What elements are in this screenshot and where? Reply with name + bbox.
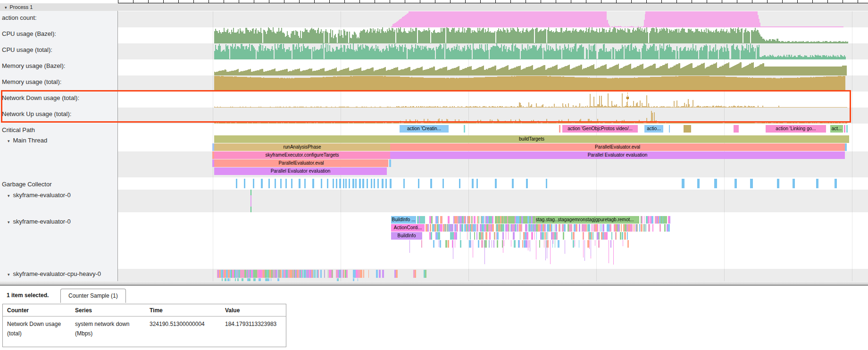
track-label-cpu-usage-bazel: CPU usage (Bazel): <box>2 30 56 37</box>
table-header-cell[interactable]: Time <box>150 307 163 314</box>
track-label-text: skyframe-evaluator-0 <box>13 192 71 199</box>
track-label-text: CPU usage (Bazel): <box>2 30 56 37</box>
collapse-arrow-icon: ▾ <box>8 220 10 225</box>
counter-sample-table: CounterSeriesTimeValueNetwork Down usage… <box>2 304 286 347</box>
timeline-slice[interactable]: Parallel Evaluator evaluation <box>390 151 845 159</box>
timeline-slice[interactable]: action 'GenObjcProtos video/... <box>562 125 638 133</box>
collapse-arrow-icon: ▾ <box>8 139 10 143</box>
timeline-slice[interactable]: skyframeExecutor.configureTargets <box>214 151 390 159</box>
track-label-critical-path: Critical Path <box>2 126 35 133</box>
timeline-slice[interactable]: runAnalysisPhase <box>214 143 390 151</box>
track-label-text: skyframe-evaluator-cpu-heavy-0 <box>13 270 101 277</box>
track-label-text: Memory usage (total): <box>2 78 61 85</box>
track-label-skyframe-evaluator-0[interactable]: ▾skyframe-evaluator-0 <box>8 218 71 226</box>
table-cell: (Mbps) <box>75 329 92 338</box>
timeline-slice-fragment[interactable] <box>734 125 739 133</box>
track-label-text: Critical Path <box>2 126 35 133</box>
timeline-slice[interactable]: BuildInfo ... <box>391 216 416 224</box>
table-cell: system network down <box>75 319 129 329</box>
track-label-cpu-usage-total: CPU usage (total): <box>2 46 52 53</box>
table-cell: 324190.51300000004 <box>150 319 205 329</box>
panel-splitter[interactable] <box>0 281 868 286</box>
timeline-slice[interactable]: action 'Creatin... <box>400 125 449 133</box>
timeline-slice-fragment[interactable] <box>846 125 848 133</box>
track-label-memory-usage-total: Memory usage (total): <box>2 78 61 85</box>
timeline-slice-fragment[interactable] <box>559 125 560 133</box>
timeline-slice[interactable]: action 'Linking go... <box>766 125 826 133</box>
table-header-cell[interactable]: Series <box>75 307 92 314</box>
table-cell: Network Down usage <box>7 319 61 329</box>
trace-viewer: ▾Process 1 action 'Creatin...action 'Gen… <box>0 0 868 350</box>
track-label-skyframe-evaluator-cpu-heavy-0[interactable]: ▾skyframe-evaluator-cpu-heavy-0 <box>8 270 101 278</box>
timeline-slice[interactable]: stagagemronstagjgpuretagb.remot... <box>549 216 643 224</box>
timeline-slice[interactable]: ActionConti... <box>391 224 425 232</box>
timeline-slice-fragment[interactable] <box>845 143 847 151</box>
timeline-slice-fragment[interactable] <box>844 125 845 133</box>
tab-counter-sample[interactable]: Counter Sample (1) <box>60 289 126 303</box>
track-label-garbage-collector: Garbage Collector <box>2 181 52 188</box>
timeline-slice[interactable]: BuildInfo <box>391 232 422 240</box>
track-label-text: Garbage Collector <box>2 181 52 188</box>
table-header-cell[interactable]: Value <box>225 307 240 314</box>
track-label-main-thread[interactable]: ▾Main Thread <box>8 137 47 145</box>
timeline-slice-fragment[interactable] <box>684 125 691 133</box>
timeline-slice[interactable]: act... <box>830 125 843 133</box>
timeline-slice[interactable]: ParallelEvaluator.eval <box>390 143 845 151</box>
timeline-slice[interactable]: ParallelEvaluator.eval <box>214 159 388 167</box>
track-label-text: skyframe-evaluator-0 <box>13 218 71 225</box>
table-header-cell[interactable]: Counter <box>7 307 29 314</box>
track-label-text: CPU usage (total): <box>2 46 52 53</box>
track-label-text: Memory usage (Bazel): <box>2 62 65 69</box>
timeline-slice-fragment[interactable] <box>389 159 391 167</box>
table-cell: (total) <box>7 329 22 338</box>
track-label-memory-usage-bazel: Memory usage (Bazel): <box>2 62 65 69</box>
table-cell: 184.1793113323983 <box>225 319 276 329</box>
collapse-arrow-icon: ▾ <box>8 193 10 198</box>
collapse-arrow-icon: ▾ <box>8 272 10 277</box>
timeline-slice[interactable]: buildTargets <box>214 135 849 143</box>
table-header-divider <box>3 316 286 317</box>
highlight-box <box>1 90 851 123</box>
timeline-slice-fragment[interactable] <box>669 125 670 133</box>
selection-status: 1 item selected. <box>7 292 49 299</box>
track-label-text: Main Thread <box>13 137 48 144</box>
timeline-slice-fragment[interactable] <box>464 125 465 133</box>
track-label-action-count: action count: <box>2 14 37 21</box>
details-panel: 1 item selected. Counter Sample (1) Coun… <box>0 286 868 350</box>
track-label-sidebar: action count:CPU usage (Bazel):CPU usage… <box>0 11 118 281</box>
track-label-text: action count: <box>2 14 37 21</box>
timeline-slice[interactable]: Parallel Evaluator evaluation <box>214 167 387 175</box>
timeline-slice[interactable]: actio... <box>644 125 663 133</box>
track-label-skyframe-evaluator-0[interactable]: ▾skyframe-evaluator-0 <box>8 192 71 200</box>
